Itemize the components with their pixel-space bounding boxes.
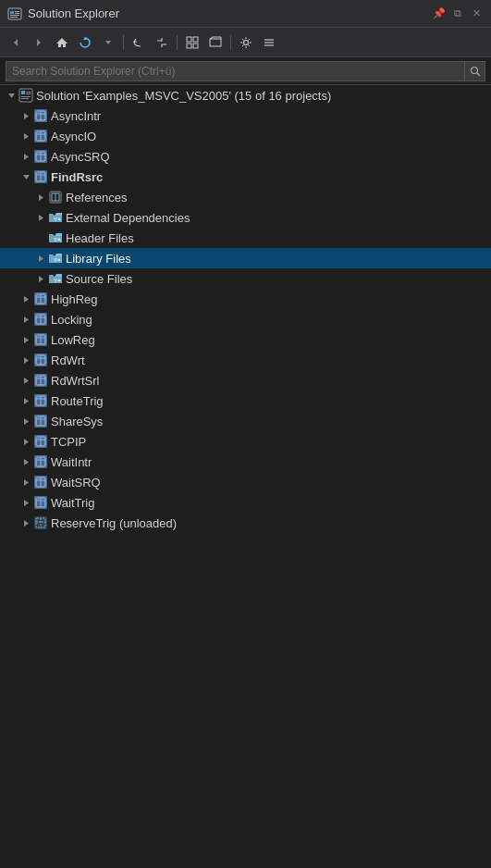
svg-rect-122 <box>36 437 41 440</box>
tree-item-waitintr[interactable]: WaitIntr <box>0 452 491 472</box>
svg-rect-11 <box>187 37 191 42</box>
expander-findrsrc[interactable] <box>18 169 33 184</box>
tree-item-rdwrt[interactable]: RdWrt <box>0 350 491 370</box>
icon-project-asyncsrq <box>33 149 48 164</box>
collapse-all-button[interactable] <box>182 32 203 53</box>
expand-all-button[interactable] <box>205 32 226 53</box>
expander-sharesys[interactable] <box>18 414 33 428</box>
tree-item-reservetrig[interactable]: ReserveTrig (unloaded) <box>0 513 491 533</box>
label-locking: Locking <box>51 313 92 327</box>
undock-button[interactable]: ⧉ <box>450 6 465 21</box>
icon-project-asyncintr <box>33 108 48 123</box>
icon-folder-filter-header-files <box>48 230 63 245</box>
tree-item-asyncintr[interactable]: AsyncIntr <box>0 105 491 126</box>
tree-item-references[interactable]: References <box>0 187 491 207</box>
tree-item-external-deps[interactable]: External Dependencies <box>0 207 491 228</box>
tree-item-highreg[interactable]: HighReg <box>0 289 491 309</box>
tree-item-library-files[interactable]: Library Files <box>0 248 491 268</box>
icon-project-rdwrtsrl <box>33 373 48 388</box>
settings-button[interactable] <box>236 32 256 53</box>
icon-references-references <box>48 190 63 205</box>
svg-marker-117 <box>24 439 29 445</box>
expander-rdwrt[interactable] <box>18 353 33 367</box>
svg-rect-30 <box>21 96 31 97</box>
expander-solution[interactable] <box>4 88 18 103</box>
tree-item-routetrig[interactable]: RouteTrig <box>0 391 491 411</box>
refresh-button[interactable] <box>75 32 95 53</box>
svg-marker-135 <box>24 500 29 506</box>
title-bar-left: Solution Explorer <box>7 6 119 21</box>
label-library-files: Library Files <box>66 252 131 266</box>
tree-item-waitsrq[interactable]: WaitSRQ <box>0 472 491 492</box>
tree-item-header-files[interactable]: Header Files <box>0 228 491 248</box>
svg-marker-44 <box>24 154 29 160</box>
tree-item-source-files[interactable]: Source Files <box>0 268 491 289</box>
svg-rect-104 <box>36 376 41 378</box>
expander-locking[interactable] <box>18 312 33 327</box>
expander-waitsrq[interactable] <box>18 475 33 490</box>
svg-marker-60 <box>39 215 43 221</box>
svg-marker-123 <box>24 459 29 465</box>
back-button[interactable] <box>6 32 26 53</box>
expander-asyncsrq[interactable] <box>18 149 33 164</box>
expander-source-files[interactable] <box>33 271 48 286</box>
expander-references[interactable] <box>33 190 48 205</box>
expander-reservetrig[interactable] <box>18 515 33 530</box>
icon-project-locking <box>33 312 48 327</box>
expander-lowreg[interactable] <box>18 332 33 347</box>
expander-rdwrtsrl[interactable] <box>18 373 33 388</box>
expander-routetrig[interactable] <box>18 393 33 408</box>
tree-item-lowreg[interactable]: LowReg <box>0 329 491 350</box>
svg-rect-12 <box>193 37 198 42</box>
title-bar: Solution Explorer 📌 ⧉ ✕ <box>0 0 491 28</box>
tree-item-locking[interactable]: Locking <box>0 309 491 329</box>
label-asyncio: AsyncIO <box>51 130 96 143</box>
refresh-dropdown[interactable] <box>98 32 118 53</box>
label-sharesys: ShareSys <box>51 415 103 428</box>
more-button[interactable] <box>259 32 279 53</box>
svg-rect-140 <box>36 498 41 501</box>
svg-rect-4 <box>10 15 19 16</box>
expander-waitintr[interactable] <box>18 454 33 469</box>
separator-3 <box>230 35 231 50</box>
pin-button[interactable]: 📌 <box>432 6 447 21</box>
search-input[interactable] <box>6 61 465 81</box>
svg-marker-71 <box>39 276 43 282</box>
search-button[interactable] <box>465 61 485 81</box>
expander-tcpip[interactable] <box>18 434 33 449</box>
expander-asyncio[interactable] <box>18 129 33 143</box>
expander-external-deps[interactable] <box>33 210 48 225</box>
expander-waittrig[interactable] <box>18 495 33 510</box>
svg-rect-29 <box>26 93 31 94</box>
svg-rect-3 <box>15 13 19 14</box>
svg-rect-134 <box>36 477 41 480</box>
tree-item-asyncio[interactable]: AsyncIO <box>0 126 491 146</box>
tree-item-rdwrtsrl[interactable]: RdWrtSrl <box>0 370 491 391</box>
svg-rect-13 <box>187 43 191 48</box>
sync-button[interactable] <box>152 32 172 53</box>
svg-marker-10 <box>105 41 111 44</box>
expander-highreg[interactable] <box>18 291 33 306</box>
expander-asyncintr[interactable] <box>18 108 33 123</box>
svg-marker-50 <box>23 175 30 180</box>
svg-marker-67 <box>39 255 43 262</box>
close-button[interactable]: ✕ <box>469 6 484 21</box>
tree-item-solution[interactable]: Solution 'Examples_MSVC_VS2005' (15 of 1… <box>0 85 491 105</box>
tree-item-tcpip[interactable]: TCPIP <box>0 431 491 452</box>
svg-line-24 <box>477 73 480 76</box>
svg-rect-110 <box>36 396 41 399</box>
expander-library-files[interactable] <box>33 251 48 266</box>
tree-item-findrsrc[interactable]: FindRsrc <box>0 167 491 187</box>
tree-item-asyncsrq[interactable]: AsyncSRQ <box>0 146 491 167</box>
home-button[interactable] <box>52 32 72 53</box>
separator-1 <box>123 35 124 50</box>
svg-rect-128 <box>36 457 41 460</box>
icon-project-waittrig <box>33 495 48 510</box>
undo-button[interactable] <box>129 32 149 53</box>
forward-button[interactable] <box>29 32 49 53</box>
label-rdwrt: RdWrt <box>51 353 85 367</box>
tree-item-waittrig[interactable]: WaitTrig <box>0 492 491 513</box>
tree-item-sharesys[interactable]: ShareSys <box>0 411 491 431</box>
icon-folder-filter-external-deps <box>48 210 63 225</box>
title-text: Solution Explorer <box>28 6 119 20</box>
